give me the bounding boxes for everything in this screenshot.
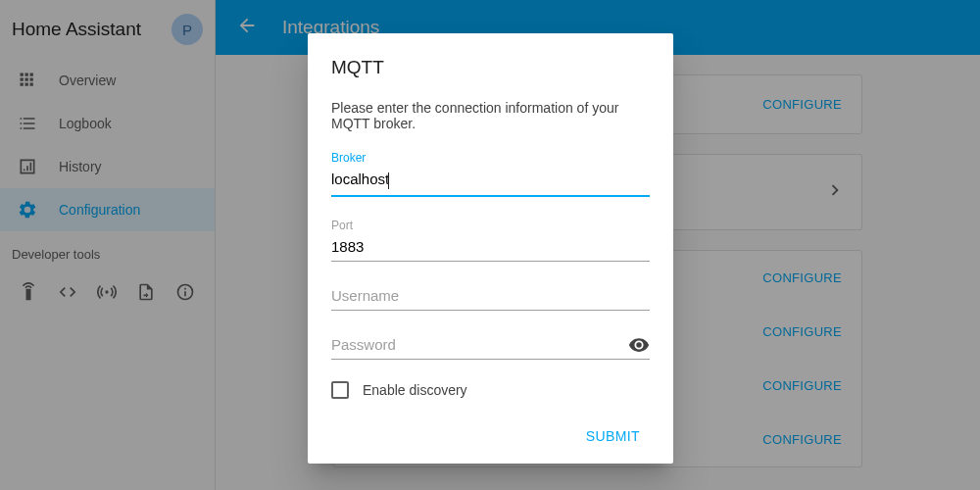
mqtt-dialog: MQTT Please enter the connection informa… [308,33,673,464]
broker-label: Broker [331,151,650,165]
password-field: Password [331,332,650,360]
discovery-row: Enable discovery [331,381,650,399]
password-input[interactable]: Password [331,332,650,360]
port-label: Port [331,219,650,232]
submit-button[interactable]: SUBMIT [576,420,650,452]
dialog-actions: SUBMIT [331,416,650,456]
eye-icon [628,342,650,359]
port-field: Port [331,219,650,262]
show-password-button[interactable] [628,334,650,360]
port-input[interactable] [331,234,650,262]
username-field: Username [331,283,650,311]
dialog-description: Please enter the connection information … [331,100,650,131]
broker-input[interactable]: localhost [331,167,650,197]
discovery-checkbox[interactable] [331,381,349,399]
text-cursor [388,172,389,189]
username-input[interactable]: Username [331,283,650,311]
dialog-title: MQTT [331,57,650,78]
broker-field: Broker localhost [331,151,650,197]
discovery-label: Enable discovery [363,382,467,398]
